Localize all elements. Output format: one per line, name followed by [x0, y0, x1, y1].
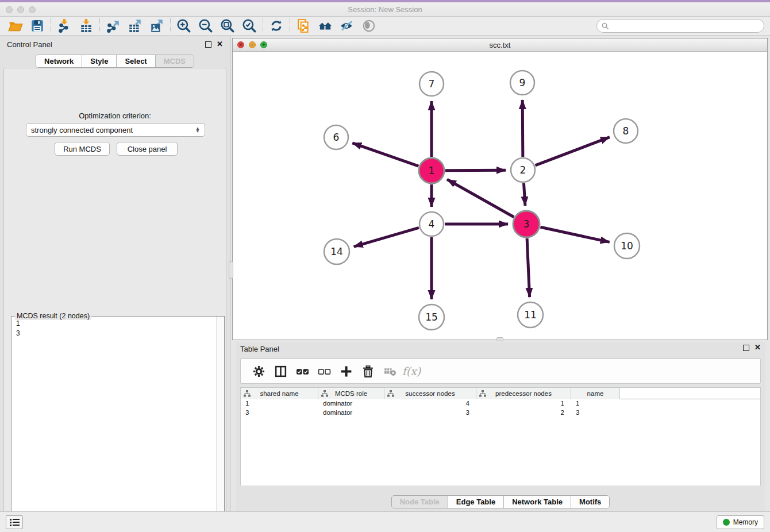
tab-style[interactable]: Style: [82, 55, 116, 67]
tab-network[interactable]: Network: [36, 55, 82, 67]
toolbar-separator: [170, 18, 171, 33]
export-network-button[interactable]: [102, 17, 124, 34]
task-history-button[interactable]: [6, 515, 23, 529]
table-row[interactable]: 3 dominator 3 2 3: [241, 408, 760, 418]
zoom-out-icon: [198, 18, 213, 33]
list-icon: [10, 519, 22, 521]
search-input[interactable]: [609, 22, 764, 30]
fx-icon: f(x): [402, 365, 421, 377]
graph-node-label-9: 9: [519, 77, 526, 88]
show-all-button[interactable]: [358, 17, 380, 34]
column-header-shared-name[interactable]: shared name: [241, 388, 318, 399]
graph-edge-2-8[interactable]: [536, 137, 610, 165]
delete-column-icon: [383, 365, 396, 378]
graph-edge-1-6[interactable]: [352, 143, 418, 166]
mcds-result-text[interactable]: 1 3: [11, 317, 216, 532]
graph-node-label-8: 8: [623, 125, 629, 137]
optimization-criterion-label: Optimization criterion:: [4, 111, 226, 120]
tab-network-table[interactable]: Network Table: [503, 496, 571, 508]
zoom-out-button[interactable]: [195, 17, 217, 34]
zoom-fit-icon: [220, 18, 235, 33]
criterion-dropdown[interactable]: strongly connected component ▲▼: [26, 123, 205, 137]
close-table-panel-icon[interactable]: ✕: [754, 343, 761, 352]
tab-node-table[interactable]: Node Table: [392, 496, 448, 508]
column-header-predecessor-nodes[interactable]: predecessor nodes: [476, 388, 571, 399]
window-titlebar[interactable]: Session: New Session: [0, 2, 770, 17]
export-network-icon: [106, 18, 121, 33]
close-panel-icon[interactable]: ✕: [217, 40, 223, 48]
duplicate-network-button[interactable]: [292, 17, 314, 34]
hide-selected-button[interactable]: [336, 17, 358, 34]
open-file-button[interactable]: [5, 17, 26, 34]
tab-mcds[interactable]: MCDS: [155, 55, 194, 67]
float-panel-icon[interactable]: [205, 41, 211, 48]
search-field[interactable]: [596, 19, 764, 33]
export-image-button[interactable]: [146, 17, 168, 34]
column-header-mcds-role[interactable]: MCDS role: [318, 388, 384, 399]
table-settings-button[interactable]: [248, 361, 270, 381]
toolbar-separator: [51, 18, 51, 33]
column-header-successor-nodes[interactable]: successor nodes: [384, 388, 476, 399]
graph-node-label-10: 10: [621, 240, 633, 252]
show-all-eye-icon: [361, 18, 376, 33]
function-builder-button[interactable]: f(x): [401, 361, 422, 381]
table-row[interactable]: 1 dominator 4 1 1: [241, 399, 760, 408]
window-title: Session: New Session: [0, 5, 770, 14]
status-bar: Memory: [0, 511, 770, 532]
graph-edge-3-10[interactable]: [540, 227, 609, 242]
graph-edge-1-2[interactable]: [445, 170, 506, 171]
tab-select[interactable]: Select: [116, 55, 155, 67]
toolbar-separator: [263, 18, 263, 33]
open-folder-icon: [8, 18, 23, 33]
refresh-button[interactable]: [265, 17, 287, 34]
close-panel-button[interactable]: Close panel: [117, 142, 178, 156]
graph-edge-2-9[interactable]: [522, 100, 523, 157]
hierarchy-icon: [244, 390, 251, 397]
deselect-all-icon: [318, 365, 331, 378]
gear-icon: [252, 365, 265, 378]
first-neighbors-button[interactable]: [314, 17, 336, 34]
show-columns-button[interactable]: [270, 361, 291, 381]
deselect-all-button[interactable]: [313, 361, 335, 381]
export-table-button[interactable]: [124, 17, 146, 34]
eye-slash-icon: [340, 18, 355, 33]
tab-edge-table[interactable]: Edge Table: [448, 496, 503, 508]
export-table-icon: [128, 18, 143, 33]
network-canvas[interactable]: 1234678910111415: [233, 52, 767, 340]
control-panel-title: Control Panel: [7, 40, 52, 49]
run-mcds-button[interactable]: Run MCDS: [55, 142, 110, 156]
column-header-name[interactable]: name: [571, 388, 620, 399]
delete-row-button[interactable]: [357, 361, 379, 381]
result-scrollbar[interactable]: [216, 317, 224, 532]
graph-edge-2-3[interactable]: [523, 183, 525, 206]
zoom-in-button[interactable]: [173, 17, 195, 34]
splitter-handle-horizontal[interactable]: [496, 337, 503, 341]
network-view-window: ✕ − + scc.txt 1234678910111415: [232, 38, 768, 340]
zoom-fit-button[interactable]: [217, 17, 238, 34]
graph-edge-3-1[interactable]: [447, 179, 514, 217]
graph-node-label-2: 2: [520, 164, 526, 176]
graph-node-label-3: 3: [523, 218, 530, 230]
memory-button[interactable]: Memory: [717, 515, 764, 529]
import-table-button[interactable]: [75, 17, 97, 34]
graph-node-label-6: 6: [333, 132, 340, 143]
graph-edge-3-11[interactable]: [527, 238, 530, 297]
graph-edge-4-14[interactable]: [354, 228, 419, 246]
save-icon: [30, 18, 45, 33]
select-all-button[interactable]: [291, 361, 313, 381]
float-table-panel-icon[interactable]: [743, 345, 749, 351]
zoom-in-icon: [176, 18, 191, 33]
import-network-button[interactable]: [53, 17, 75, 34]
zoom-selected-button[interactable]: [238, 17, 260, 34]
delete-column-button[interactable]: [379, 361, 401, 381]
control-panel-tabs: Network Style Select MCDS: [36, 55, 194, 68]
network-window-titlebar[interactable]: ✕ − + scc.txt: [233, 38, 767, 52]
save-session-button[interactable]: [26, 17, 48, 34]
hierarchy-icon: [321, 390, 328, 397]
application-window: Session: New Session: [0, 0, 770, 532]
control-panel: Control Panel ✕ Network Style Select MCD…: [0, 36, 230, 511]
add-column-button[interactable]: [335, 361, 357, 381]
splitter-handle-vertical[interactable]: [229, 261, 233, 279]
table-panel: Table Panel ✕: [236, 342, 765, 511]
tab-motifs[interactable]: Motifs: [571, 496, 609, 508]
